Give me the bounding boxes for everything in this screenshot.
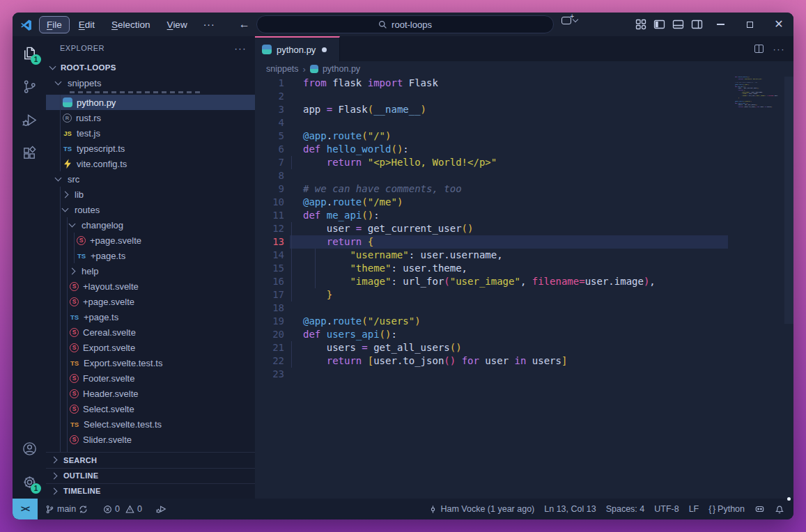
tree-item-rust-rs[interactable]: Rrust.rs [46,110,255,125]
editor-more-actions[interactable]: ··· [773,44,786,54]
tree-item-cereal-svelte[interactable]: SCereal.svelte [46,324,255,340]
code-line[interactable]: 16 "image": url_for("user_image", filena… [255,275,793,288]
tree-item-test-js[interactable]: JStest.js [46,125,255,141]
settings-gear-icon[interactable]: 1 [13,465,46,499]
code-line[interactable]: 3app = Flask(__name__) [255,103,793,116]
code-line[interactable]: 10@app.route("/me") [255,196,793,209]
code-line[interactable]: 4 [255,116,793,130]
code-line[interactable]: 5@app.route("/") [255,130,793,143]
commit-info-status[interactable]: Ham Vocke (1 year ago) [424,499,539,519]
tree-item-vite-config-ts[interactable]: vite.config.ts [46,156,255,171]
split-editor-icon[interactable] [754,45,764,53]
code-line[interactable]: 6def hello_world(): [255,143,793,156]
tree-item-typescript-ts[interactable]: TStypescript.ts [46,141,255,156]
code-line[interactable]: 8 [255,169,793,182]
tree-item-src[interactable]: src [46,171,255,187]
chevron-down-icon [55,79,62,86]
tree-item-python-py[interactable]: python.py [46,95,255,110]
toggle-primary-sidebar-icon[interactable] [653,19,665,30]
editor-scrollbar[interactable] [784,77,793,324]
tree-item-footer-svelte[interactable]: SFooter.svelte [46,370,255,386]
encoding-status[interactable]: UTF-8 [649,499,683,519]
tree-item--page-ts[interactable]: TS+page.ts [46,248,255,263]
tree-item-changelog[interactable]: changelog [46,217,255,233]
indentation-status[interactable]: Spaces: 4 [601,499,650,519]
code-line[interactable]: 13 return { [255,235,793,249]
command-center-search[interactable]: root-loops [256,15,554,33]
workspace-root-row[interactable]: ROOT-LOOPS [46,61,255,76]
code-line[interactable]: 21 users = get_all_users() [255,341,793,354]
copilot-menu-button[interactable] [561,17,578,24]
menu-file[interactable]: File [39,16,70,33]
eol-status[interactable]: LF [684,499,704,519]
toggle-secondary-sidebar-icon[interactable] [691,19,703,30]
tree-item-lib[interactable]: lib [46,187,255,202]
explorer-icon[interactable]: 1 [13,36,46,70]
language-status[interactable]: { } Python [704,499,750,519]
tree-item-export-svelte[interactable]: SExport.svelte [46,340,255,355]
remote-indicator[interactable]: >< [13,499,38,519]
debug-status[interactable] [151,499,171,519]
code-line[interactable]: 11def me_api(): [255,209,793,222]
code-line[interactable]: 9# we can have comments, too [255,182,793,196]
explorer-more-actions[interactable]: ··· [235,43,247,54]
tree-item--layout-svelte[interactable]: S+layout.svelte [46,279,255,294]
toggle-panel-icon[interactable] [672,19,684,30]
code-line[interactable]: 1from flask import Flask [255,77,793,90]
breadcrumb-file[interactable]: python.py [323,64,360,74]
code-line[interactable]: 2 [255,90,793,103]
sidebar-section-search[interactable]: SEARCH [46,453,255,468]
more-menus-button[interactable]: ··· [195,19,224,30]
sidebar-section-timeline[interactable]: TIMELINE [46,483,255,499]
sidebar-sections: SEARCHOUTLINETIMELINE [46,452,255,499]
code-line[interactable]: 14 "username": user.username, [255,249,793,262]
tree-item-snippets[interactable]: snippets [46,75,255,91]
tree-item-select-svelte-test-ts[interactable]: TSSelect.svelte.test.ts [46,416,255,432]
tree-item--page-svelte[interactable]: S+page.svelte [46,294,255,309]
sidebar-section-outline[interactable]: OUTLINE [46,468,255,483]
source-control-icon[interactable] [13,70,46,103]
breadcrumb-folder[interactable]: snippets [266,64,299,74]
code-line[interactable]: 17 } [255,288,793,302]
menu-selection[interactable]: Selection [104,16,158,33]
commit-info: Ham Vocke (1 year ago) [440,504,534,514]
cursor-position-status[interactable]: Ln 13, Col 13 [539,499,600,519]
accounts-icon[interactable] [13,432,46,465]
problems-status[interactable]: 0 0 [98,499,147,519]
nav-back-icon[interactable]: ← [239,18,250,31]
branch-status[interactable]: main [40,499,93,519]
code-line[interactable]: 22 return [user.to_json() for user in us… [255,354,793,368]
tree-item-routes[interactable]: routes [46,202,255,217]
code-line[interactable]: 23 [255,368,793,381]
customize-layout-icon[interactable] [635,19,646,30]
tree-item-slider-svelte[interactable]: SSlider.svelte [46,432,255,447]
maximize-button[interactable] [741,15,759,33]
code-line[interactable]: 15 "theme": user.theme, [255,262,793,275]
run-debug-icon[interactable] [13,103,46,136]
vscode-logo [20,19,32,31]
code-line[interactable]: 7 return "<p>Hello, World!</p>" [255,156,793,169]
minimap[interactable]: from flask import Flaskapp = Flask(__nam… [735,77,778,117]
copilot-status[interactable] [750,499,770,519]
notifications-bell[interactable] [770,499,789,519]
tree-item-styles-css[interactable]: #styles.css [46,447,255,452]
tree-item-select-svelte[interactable]: SSelect.svelte [46,401,255,416]
code-line[interactable]: 20def users_api(): [255,328,793,341]
tree-item-help[interactable]: help [46,263,255,279]
tree-item-header-svelte[interactable]: SHeader.svelte [46,386,255,401]
close-button[interactable]: ✕ [770,15,788,33]
modified-dot-icon[interactable] [322,47,327,52]
menu-view[interactable]: View [160,16,195,33]
code-line[interactable]: 19@app.route("/users") [255,315,793,328]
code-editor[interactable]: 1from flask import Flask23app = Flask(__… [255,77,793,499]
code-line[interactable]: 18 [255,302,793,315]
tree-item--page-svelte[interactable]: S+page.svelte [46,233,255,248]
menu-edit[interactable]: Edit [71,16,102,33]
tree-item--page-ts[interactable]: TS+page.ts [46,309,255,324]
extensions-icon[interactable] [13,136,46,170]
minimize-button[interactable] [711,15,729,33]
tab-python-py[interactable]: python.py [255,36,340,61]
chevron-down-icon [69,221,76,228]
code-line[interactable]: 12 user = get_current_user() [255,222,793,235]
tree-item-export-svelte-test-ts[interactable]: TSExport.svelte.test.ts [46,355,255,370]
